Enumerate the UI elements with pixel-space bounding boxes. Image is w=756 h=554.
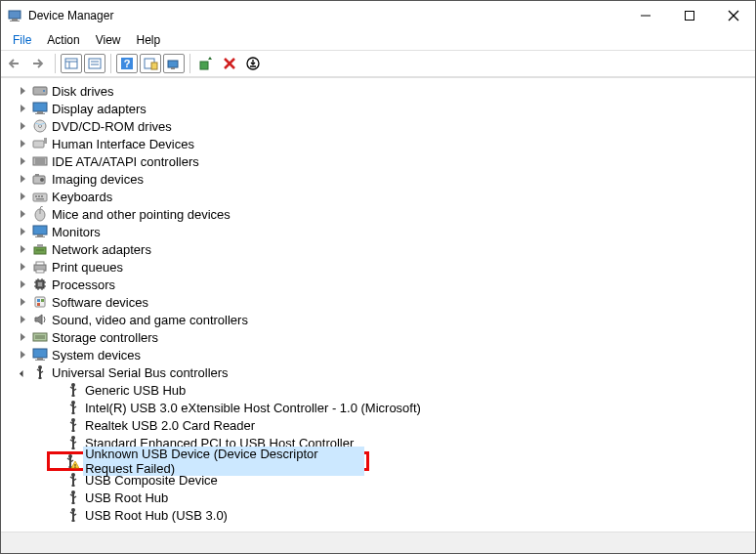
usb-icon bbox=[65, 472, 81, 488]
menu-action[interactable]: Action bbox=[39, 31, 87, 49]
tree-device[interactable]: Realtek USB 2.0 Card Reader bbox=[1, 416, 755, 434]
expand-icon[interactable] bbox=[17, 104, 28, 114]
tree-category[interactable]: Keyboards bbox=[1, 188, 755, 205]
expand-icon[interactable] bbox=[17, 192, 28, 202]
svg-rect-54 bbox=[36, 270, 44, 273]
svg-rect-31 bbox=[44, 138, 47, 144]
cpu-icon bbox=[32, 277, 48, 292]
action-button[interactable] bbox=[140, 54, 161, 73]
uninstall-button[interactable] bbox=[219, 53, 240, 74]
expand-icon[interactable] bbox=[17, 262, 28, 273]
tree-category[interactable]: DVD/CD-ROM drives bbox=[1, 117, 755, 135]
svg-rect-43 bbox=[36, 198, 44, 200]
expand-icon[interactable] bbox=[17, 332, 28, 343]
expand-icon[interactable] bbox=[17, 350, 28, 361]
svg-rect-80 bbox=[72, 395, 75, 397]
tree-category[interactable]: Sound, video and game controllers bbox=[1, 311, 755, 328]
sound-icon bbox=[32, 312, 48, 327]
expand-icon[interactable] bbox=[17, 174, 28, 185]
expand-icon[interactable] bbox=[17, 121, 28, 132]
svg-rect-0 bbox=[9, 11, 21, 19]
tree-category[interactable]: Display adapters bbox=[1, 100, 755, 117]
update-driver-button[interactable] bbox=[195, 53, 217, 74]
menu-file[interactable]: File bbox=[5, 31, 39, 49]
svg-rect-25 bbox=[33, 103, 47, 111]
tree-category[interactable]: Print queues bbox=[1, 258, 755, 276]
tree-device[interactable]: USB Composite Device bbox=[1, 471, 755, 489]
usb-icon bbox=[65, 400, 81, 415]
svg-rect-41 bbox=[38, 195, 40, 197]
tree-category[interactable]: Imaging devices bbox=[1, 170, 755, 188]
tree-category[interactable]: Mice and other pointing devices bbox=[1, 205, 755, 223]
tree-device[interactable]: Generic USB Hub bbox=[1, 381, 755, 399]
tree-device[interactable]: USB Root Hub bbox=[1, 489, 755, 506]
category-label: Display adapters bbox=[52, 102, 147, 116]
highlighted-error-device[interactable]: ! Unknown USB Device (Device Descriptor … bbox=[47, 451, 369, 471]
svg-rect-68 bbox=[37, 303, 40, 306]
properties-button[interactable] bbox=[84, 54, 105, 73]
tree-category[interactable]: Software devices bbox=[1, 293, 755, 311]
disable-button[interactable] bbox=[242, 53, 264, 74]
device-tree[interactable]: Disk drives Display adapters DVD/CD-ROM … bbox=[1, 77, 755, 533]
svg-rect-86 bbox=[72, 430, 75, 432]
svg-rect-10 bbox=[89, 59, 101, 68]
svg-rect-56 bbox=[38, 282, 42, 286]
tree-category[interactable]: System devices bbox=[1, 346, 755, 363]
disk-icon bbox=[32, 83, 48, 99]
tree-category[interactable]: IDE ATA/ATAPI controllers bbox=[1, 152, 755, 170]
usb-warning-icon: ! bbox=[65, 453, 79, 469]
tree-category-usb[interactable]: Universal Serial Bus controllers bbox=[1, 363, 755, 381]
svg-rect-89 bbox=[72, 447, 75, 449]
svg-rect-42 bbox=[41, 195, 43, 197]
tree-category[interactable]: Human Interface Devices bbox=[1, 135, 755, 152]
tree-category[interactable]: Network adapters bbox=[1, 240, 755, 258]
app-icon bbox=[7, 8, 22, 23]
expand-icon[interactable] bbox=[17, 156, 28, 167]
svg-rect-67 bbox=[41, 299, 44, 302]
tree-category[interactable]: Monitors bbox=[1, 223, 755, 240]
category-label: Processors bbox=[52, 277, 115, 292]
back-button[interactable] bbox=[5, 53, 26, 74]
maximize-button[interactable] bbox=[667, 2, 711, 29]
svg-rect-46 bbox=[33, 226, 47, 234]
device-label: Unknown USB Device (Device Descriptor Re… bbox=[83, 447, 364, 476]
svg-text:?: ? bbox=[124, 58, 131, 69]
storage-icon bbox=[32, 329, 48, 345]
tree-device[interactable]: Intel(R) USB 3.0 eXtensible Host Control… bbox=[1, 399, 755, 416]
display-icon bbox=[32, 101, 48, 116]
dvd-icon bbox=[32, 118, 48, 134]
tree-category[interactable]: Processors bbox=[1, 276, 755, 293]
expand-icon[interactable] bbox=[17, 209, 28, 220]
svg-rect-99 bbox=[72, 502, 75, 504]
tree-category[interactable]: Storage controllers bbox=[1, 328, 755, 346]
category-label: Disk drives bbox=[52, 84, 114, 99]
svg-rect-16 bbox=[151, 63, 157, 69]
tree-category[interactable]: Disk drives bbox=[1, 82, 755, 100]
minimize-button[interactable] bbox=[623, 2, 667, 29]
expand-icon[interactable] bbox=[17, 139, 28, 149]
expand-icon[interactable] bbox=[17, 279, 28, 290]
help-button[interactable]: ? bbox=[116, 54, 138, 73]
printq-icon bbox=[32, 259, 48, 275]
expand-icon[interactable] bbox=[17, 227, 28, 237]
expand-icon[interactable] bbox=[17, 315, 28, 325]
menu-view[interactable]: View bbox=[88, 31, 129, 49]
svg-rect-18 bbox=[171, 67, 175, 69]
menu-help[interactable]: Help bbox=[129, 31, 169, 49]
category-label: Storage controllers bbox=[52, 330, 158, 345]
svg-rect-83 bbox=[72, 412, 75, 414]
collapse-icon[interactable] bbox=[17, 367, 28, 378]
expand-icon[interactable] bbox=[17, 244, 28, 255]
status-bar bbox=[1, 532, 755, 553]
svg-rect-66 bbox=[37, 299, 40, 302]
svg-rect-50 bbox=[37, 244, 43, 247]
monitor-icon bbox=[32, 224, 48, 239]
show-hide-console-button[interactable] bbox=[61, 54, 82, 73]
forward-button[interactable] bbox=[28, 53, 50, 74]
svg-point-24 bbox=[43, 90, 45, 92]
expand-icon[interactable] bbox=[17, 297, 28, 308]
close-button[interactable] bbox=[711, 2, 755, 29]
tree-device[interactable]: USB Root Hub (USB 3.0) bbox=[1, 506, 755, 524]
expand-icon[interactable] bbox=[17, 86, 28, 97]
scan-hardware-button[interactable] bbox=[163, 54, 185, 73]
